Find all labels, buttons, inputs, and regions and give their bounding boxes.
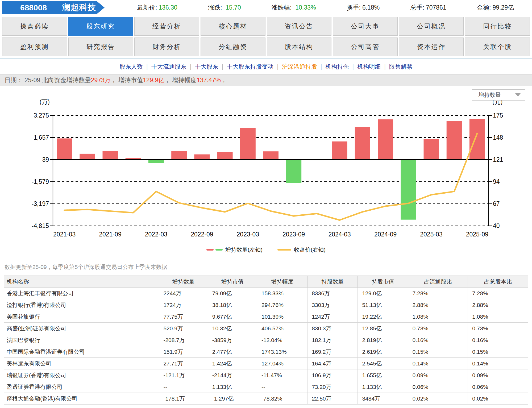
legend-bars: 增持数量(左轴)	[206, 246, 263, 253]
subnav-link-6[interactable]: 机构明细	[357, 63, 381, 71]
x-axis-label: 2025-03	[420, 231, 442, 238]
table-cell: 101.39%	[257, 311, 307, 323]
subnav-link-0[interactable]: 股东人数	[119, 63, 143, 71]
tab-r0c2[interactable]: 经营分析	[134, 17, 199, 36]
table-cell: 2.88%	[408, 299, 468, 311]
bar-2024-09	[378, 119, 393, 160]
x-axis-label: 2024-09	[374, 231, 397, 238]
table-cell: 1743.13%	[257, 346, 307, 358]
table-cell: -208.7万	[159, 334, 208, 346]
table-cell: 51.13亿	[358, 299, 408, 311]
chart-legend: 增持数量(左轴)收盘价(右轴)	[0, 243, 532, 256]
legend-line-icon	[277, 249, 291, 251]
quote-stat-1: 涨跌:-15.70	[208, 3, 241, 12]
table-cell: 3303万	[307, 299, 358, 311]
tab-r0c4[interactable]: 资讯公告	[267, 17, 332, 36]
tab-r1c6[interactable]: 资本运作	[399, 38, 464, 56]
quote-stat-2: 涨跌幅:-10.33%	[272, 3, 316, 12]
quote-stat-value: -15.70	[224, 4, 241, 11]
table-cell: -78.82%	[257, 393, 307, 405]
table-row: 瑞银证券(香港)有限公司-121.1万-2144万-11.47%106.9万1.…	[4, 369, 528, 381]
tab-r1c2[interactable]: 财务分析	[134, 38, 199, 56]
table-row: 摩根大通金融(香港)有限公司-178.1万-1.297亿-78.82%22.50…	[4, 393, 528, 405]
table-cell: 0.02%	[468, 393, 528, 405]
tab-r0c3[interactable]: 核心题材	[201, 17, 265, 36]
table-cell: 77.75万	[159, 311, 208, 323]
subnav-link-5[interactable]: 机构持仓	[326, 63, 349, 71]
quote-stat-4: 总手:707861	[410, 3, 446, 12]
tab-r1c7[interactable]: 关联个股	[465, 38, 530, 56]
info-segment-4: ， 增持幅度	[164, 76, 197, 84]
institution-name: 香港上海汇丰银行有限公司	[4, 288, 159, 299]
subnav-separator: |	[384, 63, 386, 70]
quote-stat-value: 707861	[426, 4, 446, 11]
bar-2024-03	[332, 141, 347, 160]
tab-r0c6[interactable]: 公司概况	[399, 17, 464, 36]
table-cell: 294.76%	[257, 299, 307, 311]
tab-r0c5[interactable]: 公司大事	[333, 17, 398, 36]
left-axis-label: -4,815	[32, 222, 49, 229]
subnav-link-4[interactable]: 沪深港通持股	[282, 63, 317, 71]
quote-stat-value: 6.18%	[362, 4, 380, 11]
table-cell: 830.3万	[307, 323, 358, 334]
bar-2021-06	[80, 154, 95, 160]
right-axis-label: 121	[493, 156, 503, 163]
table-cell: 2.545亿	[358, 358, 408, 369]
col-header-4: 持股数量	[307, 276, 358, 288]
info-segment-1: 2973万	[91, 76, 111, 84]
table-cell: 79.09亿	[208, 288, 257, 299]
subnav-separator: |	[321, 63, 322, 70]
tab-r0c7[interactable]: 同行比较	[465, 17, 530, 36]
table-cell: 0.09%	[468, 369, 528, 381]
table-row: 渣打银行(香港)有限公司1724万38.18亿294.76%3303万51.13…	[4, 299, 528, 311]
data-note: 数据更新至25-09，每季度第5个沪深股通交易日公布上季度末数据	[0, 256, 532, 276]
bar-2024-06	[355, 127, 370, 160]
table-cell: -11.47%	[257, 369, 307, 381]
subnav-link-1[interactable]: 十大流通股东	[151, 63, 186, 71]
table-cell: 1.08%	[408, 311, 468, 323]
table-cell: 406.57%	[257, 323, 307, 334]
bar-2025-09	[469, 119, 485, 160]
quote-stat-3: 换手:6.18%	[347, 3, 380, 12]
right-axis-label: 40	[493, 222, 500, 229]
tab-r1c1[interactable]: 研究报告	[68, 38, 133, 56]
table-cell: 0.15%	[408, 346, 468, 358]
subnav-separator: |	[190, 63, 192, 70]
quote-stat-label: 涨跌:	[208, 4, 222, 11]
subnav-link-2[interactable]: 十大股东	[195, 63, 218, 71]
legend-bars-label: 增持数量(左轴)	[225, 246, 263, 253]
tab-r0c1[interactable]: 股东研究	[68, 17, 133, 36]
quote-stat-0: 最新价:136.30	[137, 3, 177, 12]
tab-r1c4[interactable]: 股本结构	[267, 38, 332, 56]
bar-2023-03	[240, 128, 256, 160]
tab-r1c5[interactable]: 公司高管	[333, 38, 398, 56]
table-row: 法国巴黎银行-208.7万-3859万-12.04%182.1万2.819亿0.…	[4, 334, 528, 346]
table-cell: 0.16%	[468, 334, 528, 346]
table-cell: 2.88%	[468, 299, 528, 311]
subnav-link-7[interactable]: 限售解禁	[389, 63, 413, 71]
stock-name: 澜起科技	[62, 2, 96, 13]
institution-name: 摩根大通金融(香港)有限公司	[4, 393, 159, 405]
metric-dropdown[interactable]: 增持数量	[472, 89, 525, 101]
bar-2021-03	[57, 139, 72, 160]
table-row: 香港上海汇丰银行有限公司2244万79.09亿158.33%8336万129.0…	[4, 288, 528, 299]
tab-r1c3[interactable]: 分红融资	[201, 38, 265, 56]
quote-stat-label: 涨跌幅:	[272, 4, 292, 11]
quote-stat-label: 金额:	[477, 4, 491, 11]
subnav-link-3[interactable]: 十大股东持股变动	[227, 63, 273, 71]
x-axis-label: 2022-09	[191, 231, 213, 238]
content-section: 股东人数|十大流通股东|十大股东|十大股东持股变动|沪深港通持股|机构持仓|机构…	[0, 59, 532, 407]
table-cell: 1.133亿	[208, 381, 257, 393]
x-axis-label: 2023-03	[237, 231, 259, 238]
x-axis-label: 2023-09	[282, 231, 305, 238]
holdings-chart: (万)(元)3,2751751,65714839121-1,57994-3,19…	[0, 88, 532, 243]
bar-2023-06	[263, 151, 279, 160]
tab-r0c0[interactable]: 操盘必读	[2, 17, 67, 36]
table-cell: 0.14%	[408, 358, 468, 369]
tab-r1c0[interactable]: 盈利预测	[2, 38, 67, 56]
table-cell: 520.9万	[159, 323, 208, 334]
info-bar: 日期： 25-09 北向资金增持数量2973万， 增持市值129.9亿， 增持幅…	[0, 74, 532, 86]
col-header-7: 占总股本比	[468, 276, 528, 288]
subnav-separator: |	[222, 63, 223, 70]
bar-2022-03	[148, 160, 164, 163]
